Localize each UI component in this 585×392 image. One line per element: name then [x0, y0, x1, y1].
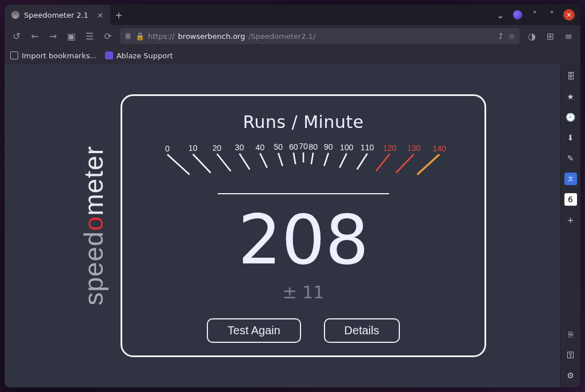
undo-icon[interactable]: ↺ — [10, 30, 23, 42]
svg-line-9 — [324, 153, 328, 166]
svg-line-8 — [311, 153, 313, 164]
account-icon[interactable]: ◑ — [526, 30, 538, 42]
circle-icon[interactable]: 6 — [564, 193, 577, 206]
svg-line-14 — [417, 154, 439, 174]
url-path: /Speedometer2.1/ — [249, 32, 315, 41]
pin-icon[interactable]: ⎘ — [564, 328, 577, 341]
close-icon[interactable]: × — [563, 9, 575, 21]
url-protocol: https:// — [148, 32, 175, 41]
gauge-label-90: 90 — [324, 142, 333, 151]
url-host: browserbench.org — [178, 32, 245, 41]
pencil-icon[interactable]: ✎ — [564, 152, 577, 165]
result-card: Runs / Minute 01020304050607080901001101… — [121, 94, 486, 357]
svg-line-11 — [357, 154, 367, 170]
gear-icon[interactable]: ⚙ — [564, 369, 577, 382]
share-icon[interactable]: ⤴ — [499, 32, 503, 41]
tab-close-icon[interactable]: × — [97, 11, 103, 19]
forward-icon[interactable]: → — [47, 30, 59, 42]
key-icon[interactable]: ⚿ — [564, 349, 577, 361]
extensions-icon[interactable]: ⊞ — [544, 30, 556, 42]
svg-line-4 — [260, 153, 267, 167]
reload-icon[interactable]: ⟳ — [102, 30, 114, 42]
translate-icon[interactable]: 文 — [564, 173, 577, 185]
bookmark-star-icon[interactable]: ☆ — [508, 32, 515, 41]
svg-line-12 — [376, 154, 390, 171]
svg-line-10 — [340, 153, 347, 167]
minimize-icon[interactable]: ˅ — [529, 9, 540, 21]
svg-line-5 — [278, 153, 282, 166]
import-bookmarks-link[interactable]: Import bookmarks... — [10, 51, 97, 60]
svg-line-1 — [193, 154, 211, 173]
svg-line-6 — [294, 153, 295, 164]
score-margin: ± 11 — [283, 282, 324, 302]
briefcase-icon[interactable]: 🗄 — [564, 70, 577, 82]
svg-line-13 — [396, 154, 414, 173]
details-button[interactable]: Details — [324, 318, 400, 343]
tab-title: Speedometer 2.1 — [24, 11, 89, 19]
svg-line-3 — [239, 154, 250, 170]
address-bar[interactable]: ⛨ 🔒 https://browserbench.org/Speedometer… — [120, 28, 520, 44]
content-area: speedometer Runs / Minute 01020304050607… — [5, 64, 580, 387]
gauge-label-10: 10 — [189, 143, 198, 153]
reader-icon[interactable]: ☰ — [83, 30, 96, 42]
import-icon — [10, 51, 18, 59]
sidebar-toggle-icon[interactable]: ▣ — [65, 30, 78, 42]
separator — [218, 193, 389, 194]
speedometer-stage: speedometer Runs / Minute 01020304050607… — [78, 94, 486, 357]
download-icon[interactable]: ⬇ — [564, 131, 577, 144]
add-panel-icon[interactable]: + — [564, 214, 577, 226]
gauge-dial: 0102030405060708090100110120130140 — [142, 134, 465, 190]
gauge-label-80: 80 — [308, 142, 318, 151]
gauge-label-0: 0 — [165, 144, 170, 153]
menu-icon[interactable]: ≡ — [562, 30, 575, 42]
gauge-label-130: 130 — [407, 143, 421, 153]
bookmark-ablaze[interactable]: Ablaze Support — [105, 51, 173, 60]
speedometer-logo: speedometer — [78, 146, 109, 306]
new-tab-button[interactable]: + — [110, 5, 127, 25]
gauge-label-40: 40 — [255, 143, 265, 152]
gauge-label-110: 110 — [360, 143, 374, 152]
gauge-label-50: 50 — [274, 142, 283, 151]
gauge-label-60: 60 — [289, 142, 298, 151]
brand-badge-icon[interactable] — [512, 9, 523, 21]
window-controls: ⌄ ˅ ˄ × — [489, 5, 580, 25]
gauge-label-100: 100 — [340, 143, 354, 152]
side-panel: 🗄 ★ 🕘 ⬇ ✎ 文 6 + ⎘ ⚿ ⚙ — [560, 64, 580, 387]
import-label: Import bookmarks... — [22, 51, 97, 60]
browser-window: Speedometer 2.1 × + ⌄ ˅ ˄ × ↺ ← → ▣ ☰ ⟳ … — [5, 5, 580, 387]
svg-line-2 — [217, 154, 231, 171]
shield-icon[interactable]: ⛨ — [125, 32, 132, 41]
bookmark-favicon-icon — [105, 51, 113, 59]
back-icon[interactable]: ← — [29, 30, 41, 42]
star-icon[interactable]: ★ — [564, 90, 577, 103]
nav-toolbar: ↺ ← → ▣ ☰ ⟳ ⛨ 🔒 https://browserbench.org… — [5, 25, 580, 47]
gauge-label-120: 120 — [383, 143, 396, 153]
test-again-button[interactable]: Test Again — [207, 318, 300, 343]
gauge-label-30: 30 — [235, 143, 244, 152]
gauge-label-140: 140 — [432, 144, 446, 153]
lock-icon: 🔒 — [135, 32, 145, 41]
tab-strip: Speedometer 2.1 × + ⌄ ˅ ˄ × — [5, 5, 580, 25]
tab-speedometer[interactable]: Speedometer 2.1 × — [5, 5, 110, 25]
result-title: Runs / Minute — [243, 112, 363, 132]
favicon-icon — [11, 11, 19, 19]
bookmark-label: Ablaze Support — [117, 51, 173, 60]
gauge-label-70: 70 — [299, 142, 308, 151]
score-value: 208 — [238, 206, 368, 274]
button-row: Test Again Details — [207, 318, 399, 343]
bookmarks-bar: Import bookmarks... Ablaze Support — [5, 47, 580, 64]
chevron-down-icon[interactable]: ⌄ — [495, 9, 506, 21]
history-icon[interactable]: 🕘 — [564, 111, 577, 123]
page-content: speedometer Runs / Minute 01020304050607… — [5, 64, 560, 387]
maximize-icon[interactable]: ˄ — [546, 9, 558, 21]
svg-line-0 — [167, 154, 190, 174]
gauge-label-20: 20 — [213, 143, 222, 153]
